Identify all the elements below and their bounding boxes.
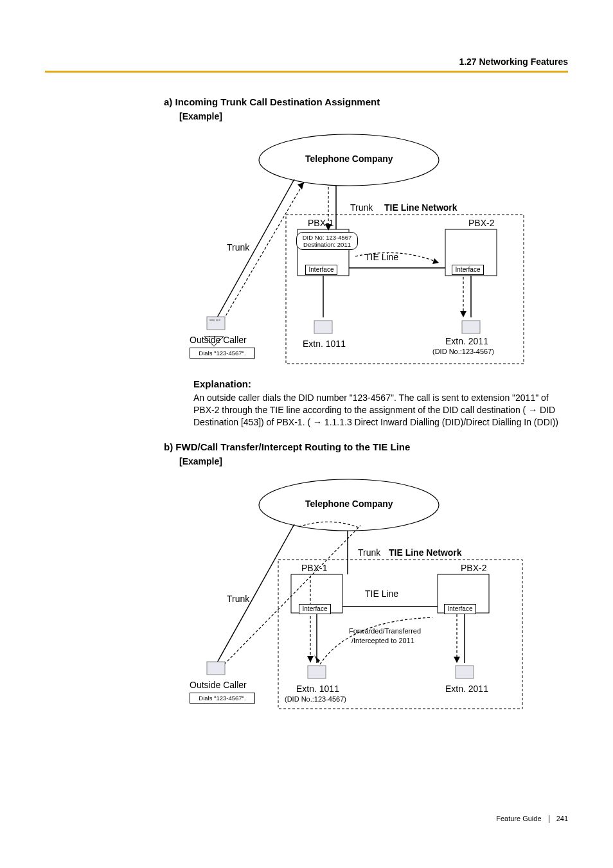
- footer-sep: [549, 815, 549, 823]
- phone-icon: [305, 663, 328, 681]
- pbx2-label: PBX-2: [468, 218, 494, 228]
- svg-rect-38: [308, 666, 326, 678]
- trunk-left-label: Trunk: [227, 242, 249, 252]
- phone-icon: [453, 663, 476, 681]
- divider: [45, 71, 568, 73]
- phone-icon: [204, 659, 227, 677]
- tie-network-label-b: TIE Line Network: [389, 547, 462, 558]
- interface1-box: Interface: [305, 265, 337, 275]
- phone-icon: [459, 318, 483, 336]
- section-b-example: [Example]: [179, 456, 575, 466]
- pbx1-label: PBX-1: [308, 218, 333, 228]
- interface1-box-b: Interface: [299, 604, 331, 614]
- trunk-top-label: Trunk: [350, 202, 373, 213]
- svg-marker-8: [298, 182, 304, 190]
- pbx2-label-b: PBX-2: [461, 563, 486, 573]
- didno2011-label: (DID No.:123-4567): [432, 348, 494, 355]
- fwd2-label: /Intercepted to 2011: [351, 637, 414, 644]
- outside-caller-label: Outside Caller: [190, 335, 247, 345]
- extn2011-label: Extn. 2011: [445, 336, 488, 346]
- section-b-title: b) FWD/Call Transfer/Intercept Routing t…: [164, 441, 575, 452]
- svg-rect-17: [209, 319, 215, 321]
- footer-guide: Feature Guide: [496, 815, 541, 822]
- outside-caller-label-b: Outside Caller: [190, 680, 247, 690]
- did-dest: Destination: 2011: [303, 241, 351, 248]
- svg-rect-21: [462, 321, 480, 333]
- svg-marker-15: [460, 311, 466, 317]
- svg-marker-5: [432, 258, 439, 264]
- svg-marker-32: [307, 656, 314, 662]
- phone-icon: [312, 318, 335, 336]
- footer-page: 241: [556, 815, 568, 822]
- interface2-box-b: Interface: [444, 604, 476, 614]
- did-no: DID No: 123-4567: [303, 234, 352, 241]
- phone-icon: [204, 314, 227, 332]
- page: 1.27 Networking Features a) Incoming Tru…: [0, 0, 613, 868]
- did-info-box: DID No: 123-4567 Destination: 2011: [296, 232, 358, 250]
- section-a-title: a) Incoming Trunk Call Destination Assig…: [164, 96, 575, 107]
- footer: Feature Guide 241: [496, 815, 568, 823]
- section-a-example: [Example]: [179, 111, 575, 121]
- interface2-box: Interface: [452, 265, 484, 275]
- explanation-a-title: Explanation:: [193, 378, 575, 389]
- trunk-top-label-b: Trunk: [358, 547, 380, 558]
- didno1011-label: (DID No.:123-4567): [285, 695, 346, 703]
- header-section: 1.27 Networking Features: [459, 57, 568, 67]
- svg-rect-16: [207, 317, 225, 330]
- svg-rect-37: [207, 662, 225, 675]
- trunk-left-label-b: Trunk: [227, 594, 249, 604]
- content: a) Incoming Trunk Call Destination Assig…: [164, 96, 575, 723]
- fwd1-label: Forwarded/Transferred: [349, 627, 421, 635]
- tie-network-label: TIE Line Network: [384, 202, 458, 213]
- telco-label: Telephone Company: [305, 154, 393, 164]
- svg-rect-39: [456, 666, 474, 678]
- extn2011-label-b: Extn. 2011: [445, 684, 488, 694]
- extn1011-label-b: Extn. 1011: [296, 684, 339, 694]
- dials-box: Dials "123-4567".: [190, 348, 255, 359]
- diagram-a: Telephone Company Trunk TIE Line Network…: [182, 128, 542, 372]
- explanation-a-text: An outside caller dials the DID number "…: [193, 392, 566, 429]
- svg-marker-35: [454, 657, 460, 663]
- svg-rect-19: [218, 319, 220, 321]
- svg-rect-18: [216, 319, 218, 321]
- dials-box-b: Dials "123-4567".: [190, 693, 255, 704]
- svg-rect-20: [314, 321, 332, 333]
- tie-line-label-b: TIE Line: [365, 589, 398, 599]
- pbx1-label-b: PBX-1: [301, 563, 327, 573]
- telco-label-b: Telephone Company: [305, 499, 393, 509]
- diagram-b: Telephone Company Trunk TIE Line Network…: [182, 473, 542, 717]
- tie-line-label: TIE Line: [365, 252, 398, 262]
- extn1011-label: Extn. 1011: [303, 339, 346, 349]
